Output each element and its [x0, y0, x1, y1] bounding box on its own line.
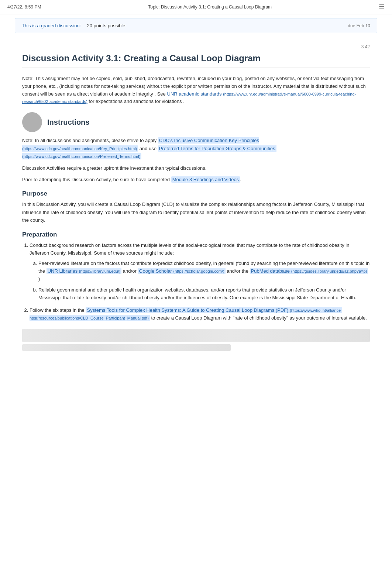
- unr-libraries-link[interactable]: UNR Libraries (https://library.unr.edu/): [47, 268, 122, 274]
- purpose-heading: Purpose: [22, 190, 370, 197]
- graded-points: 20 points possible: [87, 23, 125, 28]
- menu-icon[interactable]: ☰: [379, 3, 385, 11]
- google-scholar-link[interactable]: Google Scholar (https://scholar.google.c…: [138, 268, 225, 274]
- para-discussion: Discussion Activities require a greater …: [22, 164, 370, 172]
- who-cld-link[interactable]: Systems Tools for Complex Health Systems…: [30, 307, 342, 321]
- prep-item-2: Follow the six steps in the Systems Tool…: [30, 306, 370, 322]
- prep-item-1: Conduct background research on factors a…: [30, 241, 370, 302]
- para-prior: Prior to attempting this Discussion Acti…: [22, 176, 370, 183]
- note-text-after: for expectations and sanctions for viola…: [87, 99, 185, 104]
- pubmed-link[interactable]: PubMed database (https://guides.library.…: [250, 268, 368, 274]
- prep-item-1-text: Conduct background research on factors a…: [30, 242, 349, 256]
- preparation-heading: Preparation: [22, 231, 370, 238]
- module3-link[interactable]: Module 3 Readings and Videos: [171, 176, 240, 183]
- instructions-heading: Instructions: [47, 118, 89, 127]
- blurred-content: [22, 329, 370, 351]
- datetime: 4/27/22, 8:59 PM: [7, 4, 41, 10]
- graded-banner: This is a graded discussion: 20 points p…: [15, 18, 377, 33]
- graded-label: This is a graded discussion:: [22, 23, 81, 28]
- topic-title: Topic: Discussion Activity 3.1: Creating…: [148, 4, 272, 10]
- preparation-list: Conduct background research on factors a…: [30, 241, 370, 322]
- purpose-text: In this Discussion Activity, you will cr…: [22, 200, 370, 224]
- note2-before: Note: In all discussions and assignments…: [22, 138, 158, 143]
- note-block: Note: This assignment may not be copied,…: [22, 75, 370, 106]
- due-date: due Feb 10: [348, 23, 370, 28]
- para-prior-text: Prior to attempting this Discussion Acti…: [22, 177, 171, 182]
- note2-middle: and use: [138, 146, 158, 151]
- prep-subitem-a: Peer-reviewed literature on the factors …: [38, 259, 370, 283]
- note2-block: Note: In all discussions and assignments…: [22, 137, 370, 160]
- para-prior-after: .: [240, 177, 241, 182]
- avatar: [22, 112, 42, 132]
- page-stats: 3 42: [22, 44, 370, 49]
- page-title: Discussion Activity 3.1: Creating a Caus…: [22, 53, 370, 68]
- main-content: 3 42 Discussion Activity 3.1: Creating a…: [15, 37, 377, 362]
- prep-subitem-b: Reliable governmental and other public h…: [38, 286, 370, 302]
- graded-banner-left: This is a graded discussion: 20 points p…: [22, 23, 125, 28]
- top-bar: 4/27/22, 8:59 PM Topic: Discussion Activ…: [0, 0, 392, 14]
- prep-subitems: Peer-reviewed literature on the factors …: [38, 259, 370, 302]
- instructions-header: Instructions: [22, 112, 370, 132]
